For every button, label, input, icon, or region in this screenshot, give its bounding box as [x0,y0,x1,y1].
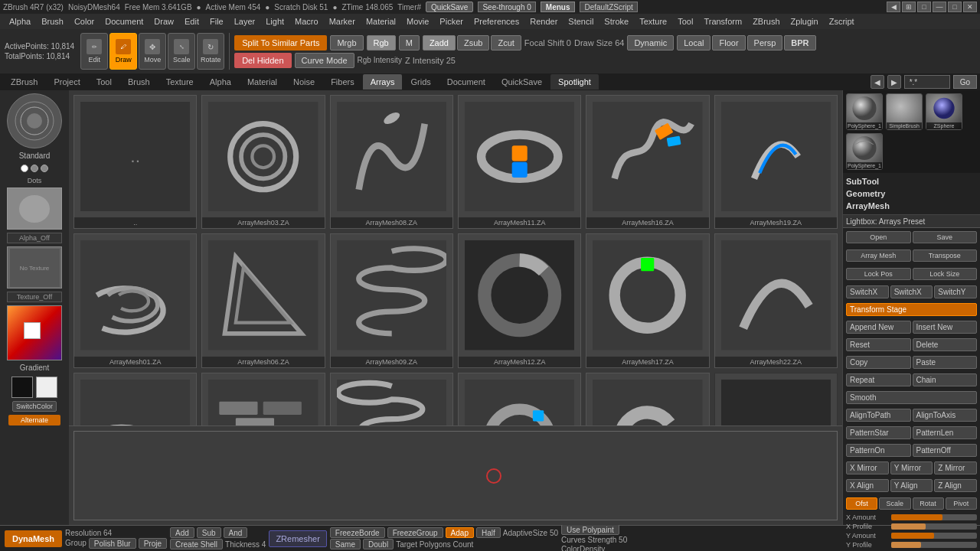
tab-noise[interactable]: Noise [286,74,322,90]
zadd-button[interactable]: Zadd [423,35,456,51]
sub-button[interactable]: Sub [197,527,221,538]
local-button[interactable]: Local [677,35,710,51]
menus-button[interactable]: Menus [541,2,576,12]
freeze-groups-button[interactable]: FreezeGroup [387,527,443,538]
menu-stroke[interactable]: Stroke [599,15,633,28]
icon-btn-2[interactable]: ⊞ [902,2,916,12]
save-button[interactable]: Save [913,231,978,243]
tab-zbrush[interactable]: ZBrush [3,74,45,90]
x-align-button[interactable]: X Align [846,479,889,492]
list-item[interactable]: ArrayMesh03.ZA [201,95,325,229]
menu-marker[interactable]: Marker [325,15,360,28]
list-item[interactable]: .. .. [74,95,197,229]
list-item[interactable]: ArrayMesh08.ZA [330,95,453,229]
dyna-mesh-button[interactable]: DynaMesh [5,530,62,547]
y-profile-slider[interactable] [891,542,977,548]
list-item[interactable]: ArrayMesh11.ZA [458,95,581,229]
ofst-button[interactable]: Ofst [846,497,877,510]
scale-button[interactable]: Scale [879,497,910,510]
half-button[interactable]: Half [476,527,501,538]
list-item[interactable]: ArrayMesh06.ZA [201,233,325,367]
rotate-tool-button[interactable]: ↻ Rotate [197,33,224,70]
alternate-button[interactable]: Alternate [8,415,60,425]
smooth-button[interactable]: Smooth [846,391,977,404]
z-align-button[interactable]: Z Align [934,479,977,492]
texture-off-label[interactable]: Texture_Off [7,292,62,302]
zsub-button[interactable]: Zsub [457,35,489,51]
dynamic-button[interactable]: Dynamic [627,35,674,51]
nav-prev-button[interactable]: ◀ [871,75,884,89]
z-mirror-button[interactable]: Z Mirror [934,461,977,474]
nav-search-input[interactable] [904,75,950,89]
rotat-button[interactable]: Rotat [913,497,944,510]
poly-sphere-1-thumb[interactable]: PolySphere_1 [846,93,883,130]
lock-pos-button[interactable]: Lock Pos [846,268,911,280]
scale-tool-button[interactable]: ⤡ Scale [168,33,195,70]
menu-document[interactable]: Document [100,15,148,28]
menu-alpha[interactable]: Alpha [5,15,35,28]
menu-picker[interactable]: Picker [435,15,468,28]
switchx2-button[interactable]: SwitchX [890,285,933,298]
color-gradient[interactable] [7,305,62,360]
tab-fibers[interactable]: Fibers [323,74,362,90]
double-button[interactable]: Doubl [363,539,394,549]
maximize-button[interactable]: □ [948,2,962,12]
tab-texture[interactable]: Texture [158,74,201,90]
edit-tool-button[interactable]: ✏ Edit [80,33,108,70]
brush-preview[interactable] [7,93,62,148]
x-profile-slider[interactable] [891,523,977,530]
tab-tool[interactable]: Tool [89,74,119,90]
simple-brush-thumb[interactable]: SimpleBrush [886,93,923,130]
menu-transform[interactable]: Transform [699,15,746,28]
switchx1-button[interactable]: SwitchX [846,285,889,298]
transform-stage-button[interactable]: Transform Stage [846,303,977,316]
menu-preferences[interactable]: Preferences [469,15,524,28]
list-item[interactable]: ArrayMesh18.ZA [586,373,709,425]
draw-tool-button[interactable]: 🖊 Draw [109,33,137,70]
project-button[interactable]: Proje [139,538,167,549]
copy-button[interactable]: Copy [846,356,911,369]
tab-brush[interactable]: Brush [120,74,158,90]
repeat-button[interactable]: Repeat [846,373,911,386]
adap-button[interactable]: Adap [446,527,474,538]
menu-zscript[interactable]: Zscript [825,15,859,28]
menu-stencil[interactable]: Stencil [564,15,598,28]
y-amount-slider[interactable] [891,533,977,539]
tab-arrays[interactable]: Arrays [363,74,403,90]
menu-light[interactable]: Light [261,15,289,28]
menu-render[interactable]: Render [525,15,562,28]
persp-button[interactable]: Persp [747,35,783,51]
pattern-off-button[interactable]: PatternOff [913,444,978,457]
rgb-button[interactable]: Rgb [367,35,396,51]
swatch-black[interactable] [11,377,33,398]
transpose-button[interactable]: Transpose [913,249,978,262]
quicksave-button[interactable]: QuickSave [426,2,473,12]
polish-blur-button[interactable]: Polish Blur [89,538,136,549]
menu-brush[interactable]: Brush [37,15,68,28]
reset-button[interactable]: Reset [846,338,911,351]
menu-draw[interactable]: Draw [149,15,178,28]
pattern-len-button[interactable]: PatternLen [913,426,978,439]
del-hidden-button[interactable]: Del Hidden [234,53,291,68]
icon-btn-3[interactable]: □ [917,2,931,12]
list-item[interactable]: ArrayMesh14.ZA [458,373,581,425]
list-item[interactable]: ArrayMesh01.ZA [74,233,197,367]
viewport[interactable] [69,425,842,525]
see-through-button[interactable]: See-through 0 [478,2,535,12]
list-item[interactable]: ArrayMesh19.ZA [714,95,838,229]
list-item[interactable]: ArrayMesh22.ZA [714,233,838,367]
m-button[interactable]: M [399,35,420,51]
tab-spotlight[interactable]: Spotlight [550,74,599,90]
bpr-button[interactable]: BPR [784,35,815,51]
alpha-preview[interactable] [7,187,62,230]
menu-macro[interactable]: Macro [290,15,323,28]
y-mirror-button[interactable]: Y Mirror [890,461,933,474]
tab-grids[interactable]: Grids [403,74,438,90]
list-item[interactable]: ArrayMesh07.ZA [201,373,325,425]
tab-quicksave[interactable]: QuickSave [494,74,550,90]
menu-color[interactable]: Color [70,15,99,28]
x-mirror-button[interactable]: X Mirror [846,461,889,474]
freeze-borders-button[interactable]: FreezeBorde [330,527,385,538]
list-item[interactable]: ArrayMesh02.ZA [74,373,197,425]
nav-next-button[interactable]: ▶ [887,75,901,89]
